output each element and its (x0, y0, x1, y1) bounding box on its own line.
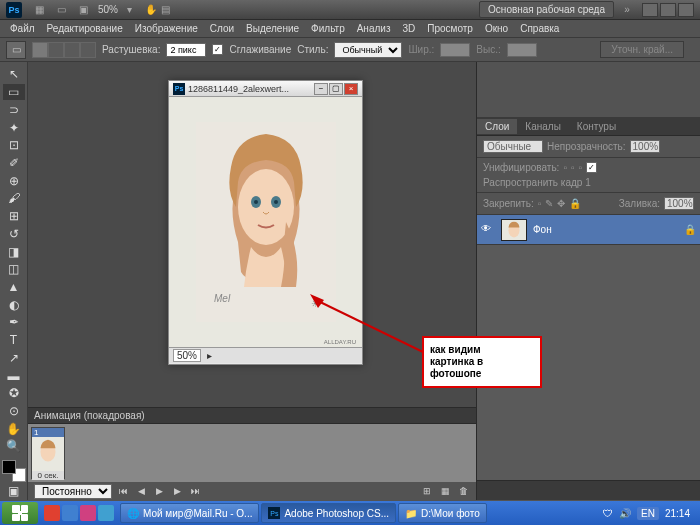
move-tool[interactable]: ↖ (3, 66, 25, 83)
ie-icon[interactable] (98, 505, 114, 521)
task-item-3[interactable]: 📁D:\Мои фото (398, 503, 487, 523)
minimize-button[interactable] (642, 3, 658, 17)
layer-thumbnail[interactable] (501, 219, 527, 241)
menu-file[interactable]: Файл (4, 21, 41, 36)
tab-layers[interactable]: Слои (477, 119, 517, 134)
new-frame-button[interactable]: ▦ (438, 484, 452, 498)
arrange-icon[interactable]: ▤ (158, 3, 172, 17)
crop-tool[interactable]: ⊡ (3, 137, 25, 154)
close-button[interactable] (678, 3, 694, 17)
selection-add-icon[interactable] (48, 42, 64, 58)
clock[interactable]: 21:14 (665, 508, 690, 519)
doc-minimize-button[interactable]: − (314, 83, 328, 95)
delete-frame-button[interactable]: 🗑 (456, 484, 470, 498)
selection-subtract-icon[interactable] (64, 42, 80, 58)
selection-new-icon[interactable] (32, 42, 48, 58)
eraser-tool[interactable]: ◨ (3, 243, 25, 260)
brush-tool[interactable]: 🖌 (3, 190, 25, 207)
eyedropper-tool[interactable]: ✐ (3, 155, 25, 172)
start-button[interactable] (2, 502, 38, 524)
layer-name[interactable]: Фон (533, 224, 552, 235)
menu-select[interactable]: Выделение (240, 21, 305, 36)
document-window[interactable]: Ps 1286811449_2alexwert... − ▢ × (168, 80, 363, 365)
style-select[interactable]: Обычный (334, 42, 402, 58)
gradient-tool[interactable]: ◫ (3, 261, 25, 278)
doc-close-button[interactable]: × (344, 83, 358, 95)
collapsed-panels[interactable] (477, 62, 700, 118)
heal-tool[interactable]: ⊕ (3, 172, 25, 189)
fill-input[interactable]: 100% (664, 197, 694, 210)
unify-position-icon[interactable]: ▫ (563, 162, 567, 173)
layer-row[interactable]: 👁 Фон 🔒 (477, 215, 700, 245)
shape-tool[interactable]: ▬ (3, 367, 25, 384)
feather-input[interactable] (166, 43, 206, 57)
browser-icon[interactable] (44, 505, 60, 521)
wand-tool[interactable]: ✦ (3, 119, 25, 136)
zoom-dropdown-icon[interactable]: ▾ (122, 3, 136, 17)
marquee-tool[interactable]: ▭ (3, 84, 25, 101)
menu-image[interactable]: Изображение (129, 21, 204, 36)
unify-style-icon[interactable]: ▫ (578, 162, 582, 173)
animation-header[interactable]: Анимация (покадровая) (28, 408, 476, 424)
prev-frame-button[interactable]: ◀ (134, 484, 148, 498)
maximize-button[interactable] (660, 3, 676, 17)
history-brush-tool[interactable]: ↺ (3, 225, 25, 242)
propagate-checkbox[interactable]: ✓ (586, 162, 597, 173)
3d-tool[interactable]: ✪ (3, 385, 25, 402)
opera-icon[interactable] (80, 505, 96, 521)
tray-icon[interactable]: 🛡 (603, 508, 613, 519)
document-canvas[interactable]: ☀ Mel ALLDAY.RU (169, 97, 362, 347)
tab-channels[interactable]: Каналы (517, 119, 569, 134)
last-frame-button[interactable]: ⏭ (188, 484, 202, 498)
menu-filter[interactable]: Фильтр (305, 21, 351, 36)
menu-view[interactable]: Просмотр (421, 21, 479, 36)
menu-3d[interactable]: 3D (396, 21, 421, 36)
first-frame-button[interactable]: ⏮ (116, 484, 130, 498)
more-icon[interactable]: » (620, 3, 634, 17)
menu-help[interactable]: Справка (514, 21, 565, 36)
screen-mode-icon[interactable]: ▣ (76, 3, 90, 17)
view-extras-icon[interactable]: ▭ (54, 3, 68, 17)
lasso-tool[interactable]: ⊃ (3, 101, 25, 118)
pen-tool[interactable]: ✒ (3, 314, 25, 331)
loop-select[interactable]: Постоянно (34, 484, 112, 499)
type-tool[interactable]: T (3, 332, 25, 349)
hand-tool[interactable]: ✋ (3, 420, 25, 437)
menu-layers[interactable]: Слои (204, 21, 240, 36)
bridge-icon[interactable]: ▦ (32, 3, 46, 17)
mail-icon[interactable] (62, 505, 78, 521)
lock-transparency-icon[interactable]: ▫ (538, 198, 542, 209)
animation-frame[interactable]: 1 0 сек. (31, 427, 65, 479)
3d-camera-tool[interactable]: ⊙ (3, 403, 25, 420)
tween-button[interactable]: ⊞ (420, 484, 434, 498)
color-swatches[interactable] (2, 460, 26, 482)
lock-pixels-icon[interactable]: ✎ (545, 198, 553, 209)
blur-tool[interactable]: ▲ (3, 279, 25, 296)
hand-icon[interactable]: ✋ (144, 3, 158, 17)
lock-all-icon[interactable]: 🔒 (569, 198, 581, 209)
next-frame-button[interactable]: ▶ (170, 484, 184, 498)
doc-maximize-button[interactable]: ▢ (329, 83, 343, 95)
frame-delay[interactable]: 0 сек. (32, 471, 64, 480)
antialias-checkbox[interactable]: ✓ (212, 44, 223, 55)
doc-info-icon[interactable]: ▸ (207, 350, 212, 361)
unify-visibility-icon[interactable]: ▫ (571, 162, 575, 173)
document-titlebar[interactable]: Ps 1286811449_2alexwert... − ▢ × (169, 81, 362, 97)
play-button[interactable]: ▶ (152, 484, 166, 498)
stamp-tool[interactable]: ⊞ (3, 208, 25, 225)
dodge-tool[interactable]: ◐ (3, 296, 25, 313)
task-item-2[interactable]: PsAdobe Photoshop CS... (261, 503, 396, 523)
quickmask-tool[interactable]: ▣ (3, 483, 25, 500)
refine-edge-button[interactable]: Уточн. край... (600, 41, 684, 58)
zoom-level[interactable]: 50% (98, 4, 118, 15)
task-item-1[interactable]: 🌐Мой мир@Mail.Ru - O... (120, 503, 259, 523)
zoom-tool[interactable]: 🔍 (3, 438, 25, 455)
opacity-input[interactable]: 100% (630, 140, 660, 153)
menu-window[interactable]: Окно (479, 21, 514, 36)
lock-position-icon[interactable]: ✥ (557, 198, 565, 209)
workspace-switcher[interactable]: Основная рабочая среда (479, 1, 614, 18)
language-indicator[interactable]: EN (637, 507, 659, 520)
doc-zoom[interactable]: 50% (173, 349, 201, 362)
selection-intersect-icon[interactable] (80, 42, 96, 58)
tab-paths[interactable]: Контуры (569, 119, 624, 134)
